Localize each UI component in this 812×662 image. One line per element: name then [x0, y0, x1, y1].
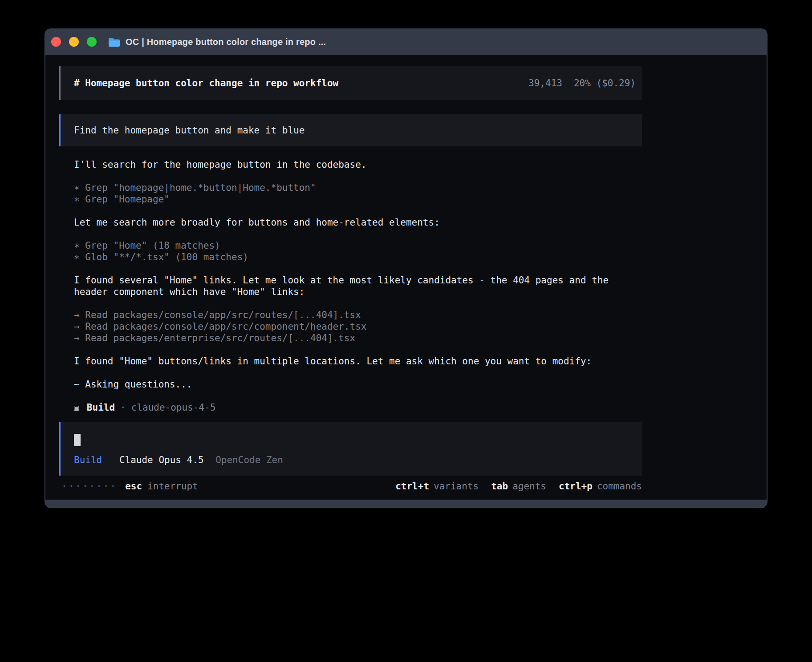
assistant-line — [74, 344, 642, 355]
user-message-text: Find the homepage button and make it blu… — [74, 125, 304, 136]
minimize-button[interactable] — [69, 37, 79, 47]
shortcut-key: ctrl+t — [395, 481, 429, 492]
shortcut-key: ctrl+p — [559, 481, 593, 492]
assistant-line — [74, 228, 642, 240]
assistant-line — [74, 367, 642, 379]
traffic-lights — [51, 37, 97, 47]
session-header: # Homepage button color change in repo w… — [59, 66, 642, 100]
footer-shortcut[interactable]: ctrl+pcommands — [559, 481, 642, 492]
spinner-dots: ········ — [61, 481, 117, 492]
esc-key[interactable]: esc — [125, 481, 142, 492]
agent-name: Build — [87, 402, 115, 413]
assistant-line — [74, 263, 642, 274]
agent-model: claude-opus-4-5 — [131, 402, 216, 413]
window-title: OC | Homepage button color change in rep… — [126, 37, 326, 47]
shortcut-label: variants — [434, 481, 479, 492]
content-column: # Homepage button color change in repo w… — [59, 66, 642, 492]
token-count: 39,413 — [528, 78, 562, 89]
tool-line: → Read packages/console/app/src/componen… — [74, 321, 642, 332]
tool-line: ∗ Grep "Homepage" — [74, 194, 642, 205]
assistant-line: I found several "Home" links. Let me loo… — [74, 274, 642, 298]
tool-line: ∗ Grep "homepage|home.*button|Home.*butt… — [74, 182, 642, 194]
footer-shortcuts: ctrl+tvariantstabagentsctrl+pcommands — [395, 481, 642, 492]
footer-left: ········ esc interrupt — [59, 481, 198, 492]
user-message: Find the homepage button and make it blu… — [59, 114, 642, 146]
shortcut-label: commands — [597, 481, 642, 492]
assistant-line: I found "Home" buttons/links in multiple… — [74, 355, 642, 367]
folder-icon — [108, 37, 120, 47]
zoom-button[interactable] — [87, 37, 97, 47]
tool-line: → Read packages/enterprise/src/routes/[.… — [74, 332, 642, 344]
assistant-line — [74, 390, 642, 402]
input-model-label[interactable]: Claude Opus 4.5 — [119, 455, 204, 465]
footer-shortcut[interactable]: tabagents — [491, 481, 546, 492]
tool-line: → Read packages/console/app/src/routes/[… — [74, 309, 642, 321]
shortcut-label: agents — [512, 481, 546, 492]
assistant-line: I'll search for the homepage button in t… — [74, 159, 642, 170]
terminal-window: OC | Homepage button color change in rep… — [45, 28, 767, 508]
agent-separator: · — [120, 402, 126, 413]
footer-bar: ········ esc interrupt ctrl+tvariantstab… — [59, 480, 642, 492]
assistant-line — [74, 298, 642, 309]
input-status-row: Build Claude Opus 4.5 OpenCode Zen — [74, 454, 642, 466]
close-button[interactable] — [51, 37, 61, 47]
session-stats: 39,413 20% ($0.29) — [528, 78, 636, 89]
terminal-content: # Homepage button color change in repo w… — [45, 55, 767, 500]
footer-shortcut[interactable]: ctrl+tvariants — [395, 481, 479, 492]
prompt-input[interactable]: Build Claude Opus 4.5 OpenCode Zen — [59, 422, 642, 476]
agent-status-row: ▣ Build · claude-opus-4-5 — [74, 402, 642, 413]
tool-line: ∗ Glob "**/*.tsx" (100 matches) — [74, 251, 642, 263]
assistant-line: Let me search more broadly for buttons a… — [74, 217, 642, 228]
transcript: I'll search for the homepage button in t… — [74, 159, 642, 402]
shortcut-key: tab — [491, 481, 508, 492]
tool-line: ∗ Grep "Home" (18 matches) — [74, 240, 642, 251]
input-provider-label: OpenCode Zen — [215, 455, 283, 465]
esc-label: interrupt — [147, 481, 198, 492]
session-title: # Homepage button color change in repo w… — [74, 78, 338, 89]
text-cursor — [74, 434, 81, 446]
assistant-line: ~ Asking questions... — [74, 379, 642, 390]
context-usage: 20% ($0.29) — [574, 78, 636, 89]
input-agent-label[interactable]: Build — [74, 455, 102, 465]
agent-icon: ▣ — [74, 402, 79, 413]
assistant-line — [74, 205, 642, 217]
assistant-line — [74, 170, 642, 182]
titlebar[interactable]: OC | Homepage button color change in rep… — [45, 29, 767, 55]
